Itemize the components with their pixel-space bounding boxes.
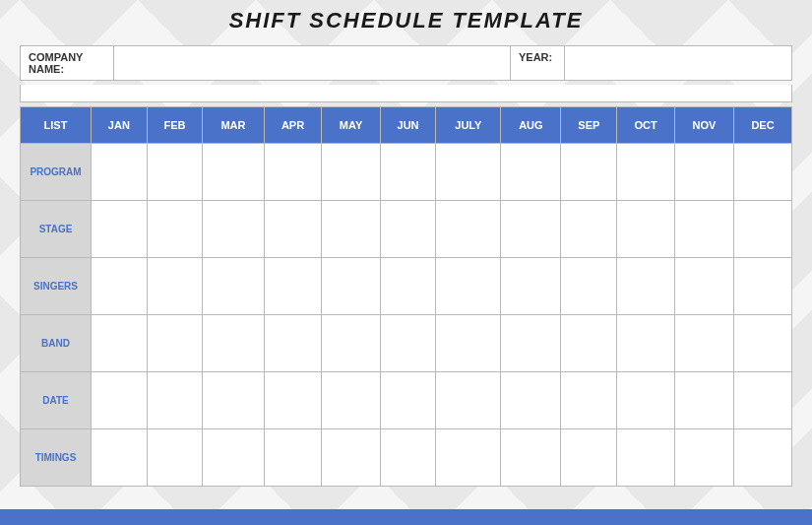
info-sub-row	[20, 85, 792, 102]
table-cell[interactable]	[322, 372, 380, 429]
table-row: BAND	[21, 315, 792, 372]
table-cell[interactable]	[147, 144, 203, 201]
table-cell[interactable]	[734, 315, 792, 372]
table-cell[interactable]	[734, 258, 792, 315]
table-cell[interactable]	[92, 429, 148, 487]
header-month-mar: MAR	[203, 107, 264, 144]
table-cell[interactable]	[675, 372, 734, 429]
header-month-jun: JUN	[380, 107, 436, 144]
year-value[interactable]	[565, 46, 791, 80]
table-cell[interactable]	[264, 372, 322, 429]
table-row: SINGERS	[21, 258, 792, 315]
table-cell[interactable]	[92, 315, 148, 372]
table-cell[interactable]	[617, 315, 675, 372]
table-cell[interactable]	[92, 144, 148, 201]
table-cell[interactable]	[561, 144, 617, 201]
table-cell[interactable]	[617, 201, 675, 258]
table-cell[interactable]	[561, 372, 617, 429]
table-cell[interactable]	[380, 258, 436, 315]
table-cell[interactable]	[734, 201, 792, 258]
table-cell[interactable]	[322, 315, 380, 372]
table-cell[interactable]	[380, 429, 436, 487]
table-cell[interactable]	[264, 201, 322, 258]
table-cell[interactable]	[203, 258, 264, 315]
header-month-dec: DEC	[734, 107, 792, 144]
table-cell[interactable]	[92, 201, 148, 258]
table-cell[interactable]	[501, 315, 561, 372]
company-name-label: COMPANY NAME:	[21, 46, 114, 80]
table-cell[interactable]	[501, 372, 561, 429]
header-month-apr: APR	[264, 107, 322, 144]
table-cell[interactable]	[675, 315, 734, 372]
table-cell[interactable]	[734, 372, 792, 429]
table-cell[interactable]	[322, 258, 380, 315]
table-cell[interactable]	[501, 201, 561, 258]
table-cell[interactable]	[617, 372, 675, 429]
table-cell[interactable]	[380, 201, 436, 258]
row-label: STAGE	[21, 201, 92, 258]
row-label: TIMINGS	[21, 429, 92, 487]
header-month-nov: NOV	[675, 107, 734, 144]
table-cell[interactable]	[561, 201, 617, 258]
table-cell[interactable]	[203, 315, 264, 372]
table-cell[interactable]	[675, 144, 734, 201]
info-row: COMPANY NAME: YEAR:	[20, 45, 792, 81]
table-cell[interactable]	[147, 372, 203, 429]
table-cell[interactable]	[617, 144, 675, 201]
table-cell[interactable]	[436, 372, 501, 429]
header-month-may: MAY	[322, 107, 380, 144]
table-cell[interactable]	[92, 372, 148, 429]
table-cell[interactable]	[501, 258, 561, 315]
table-cell[interactable]	[380, 372, 436, 429]
table-cell[interactable]	[147, 429, 203, 487]
row-label: DATE	[21, 372, 92, 429]
table-cell[interactable]	[436, 201, 501, 258]
table-cell[interactable]	[147, 201, 203, 258]
table-cell[interactable]	[203, 201, 264, 258]
table-row: STAGE	[21, 201, 792, 258]
header-month-feb: FEB	[147, 107, 203, 144]
table-cell[interactable]	[322, 144, 380, 201]
table-cell[interactable]	[264, 315, 322, 372]
table-cell[interactable]	[617, 258, 675, 315]
table-cell[interactable]	[203, 429, 264, 487]
company-name-value[interactable]	[114, 46, 511, 80]
row-label: PROGRAM	[21, 144, 92, 201]
table-cell[interactable]	[734, 429, 792, 487]
schedule-table: LIST JAN FEB MAR APR MAY JUN JULY AUG SE…	[20, 106, 792, 487]
footer-bar	[0, 509, 812, 525]
table-cell[interactable]	[675, 429, 734, 487]
table-cell[interactable]	[675, 201, 734, 258]
table-cell[interactable]	[147, 258, 203, 315]
table-cell[interactable]	[203, 372, 264, 429]
table-cell[interactable]	[561, 315, 617, 372]
table-cell[interactable]	[561, 429, 617, 487]
table-cell[interactable]	[501, 144, 561, 201]
table-cell[interactable]	[501, 429, 561, 487]
header-month-oct: OCT	[617, 107, 675, 144]
table-cell[interactable]	[264, 258, 322, 315]
table-cell[interactable]	[561, 258, 617, 315]
table-cell[interactable]	[322, 429, 380, 487]
table-cell[interactable]	[436, 315, 501, 372]
table-cell[interactable]	[92, 258, 148, 315]
table-cell[interactable]	[675, 258, 734, 315]
table-cell[interactable]	[147, 315, 203, 372]
header-month-aug: AUG	[501, 107, 561, 144]
table-cell[interactable]	[380, 144, 436, 201]
page-title: SHIFT SCHEDULE TEMPLATE	[0, 8, 812, 33]
table-row: TIMINGS	[21, 429, 792, 487]
table-cell[interactable]	[380, 315, 436, 372]
content-container: COMPANY NAME: YEAR: LIST JAN FEB MAR APR…	[0, 45, 812, 487]
table-cell[interactable]	[322, 201, 380, 258]
table-cell[interactable]	[436, 429, 501, 487]
table-cell[interactable]	[734, 144, 792, 201]
table-cell[interactable]	[617, 429, 675, 487]
table-cell[interactable]	[436, 258, 501, 315]
year-label: YEAR:	[511, 46, 565, 80]
table-cell[interactable]	[203, 144, 264, 201]
table-cell[interactable]	[264, 144, 322, 201]
table-cell[interactable]	[264, 429, 322, 487]
header-month-jul: JULY	[436, 107, 501, 144]
table-cell[interactable]	[436, 144, 501, 201]
